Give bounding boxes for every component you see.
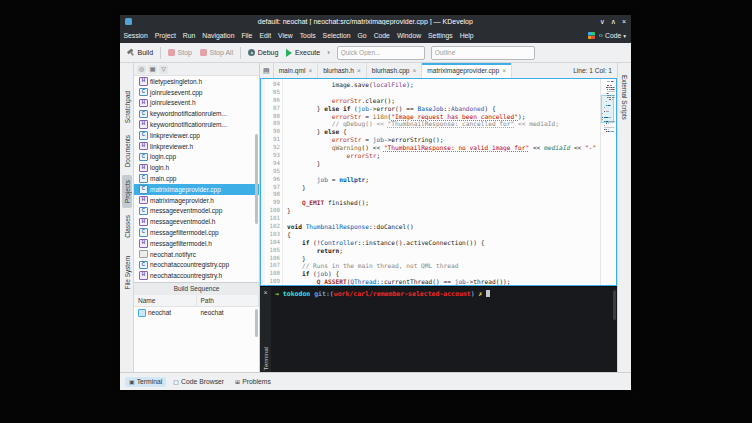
tree-item[interactable]: Clogin.cpp <box>134 152 259 163</box>
menu-selection[interactable]: Selection <box>319 28 354 43</box>
tree-item[interactable]: Hlogin.h <box>134 162 259 173</box>
tree-item[interactable]: Cmessageeventmodel.cpp <box>134 206 259 217</box>
tree-item[interactable]: Hneochataccountregistry.h <box>134 270 259 281</box>
outline-input[interactable] <box>431 46 535 60</box>
code-token: = <box>362 136 373 143</box>
line-number: 95 <box>265 168 280 176</box>
tree-item[interactable]: Cmatriximageprovider.cpp <box>134 184 259 195</box>
close-icon[interactable]: × <box>308 67 312 74</box>
tree-item[interactable]: Hfiletypesingleton.h <box>134 76 259 87</box>
maximize-icon[interactable]: ∧ <box>611 15 616 28</box>
titlebar[interactable]: default: neochat [ neochat:src/matrixima… <box>120 15 631 28</box>
menu-project[interactable]: Project <box>151 28 179 43</box>
tab-matriximageprovider-cpp[interactable]: matriximageprovider.cpp× <box>422 63 512 78</box>
line-number: 96 <box>265 176 280 184</box>
working-set-icon[interactable] <box>588 32 595 39</box>
tree-item[interactable]: Cmain.cpp <box>134 173 259 184</box>
execute-button[interactable]: Execute <box>283 46 323 59</box>
build-sequence-row[interactable]: neochatneochat <box>134 307 259 318</box>
quick-open-input[interactable] <box>337 46 425 60</box>
close-icon[interactable]: × <box>502 67 506 74</box>
minimap-viewport[interactable] <box>601 95 614 123</box>
close-icon[interactable]: × <box>357 67 361 74</box>
tree-item[interactable]: Cjoinrulesevent.cpp <box>134 87 259 98</box>
document-list-icon[interactable] <box>260 63 274 78</box>
tree-item[interactable]: Ckeywordnotificationrulem... <box>134 108 259 119</box>
area-switcher[interactable]: Code ▾ <box>599 32 626 39</box>
menu-file[interactable]: File <box>238 28 256 43</box>
tree-item[interactable]: Cneochataccountregistry.cpp <box>134 260 259 271</box>
code-area[interactable]: image.save(localFile); errorStr.clear();… <box>282 79 600 285</box>
terminal-output[interactable]: → tokodon git:(work/carl/remember-select… <box>271 287 617 372</box>
code-token <box>287 97 332 104</box>
locate-document-icon[interactable] <box>137 65 146 74</box>
minimize-icon[interactable]: ∨ <box>600 15 605 28</box>
tree-item[interactable]: Hkeywordnotificationrulem... <box>134 119 259 130</box>
tree-item[interactable]: Hlinkpreviewer.h <box>134 141 259 152</box>
line-number: 105 <box>265 247 280 255</box>
tab-blurhash-h[interactable]: blurhash.h× <box>318 63 367 78</box>
menu-code[interactable]: Code <box>370 28 393 43</box>
close-icon[interactable]: × <box>622 15 626 28</box>
statusbar-toggle-code-browser[interactable]: Code Browser <box>169 377 228 387</box>
filter-icon[interactable] <box>159 65 168 74</box>
tree-item-label: messagefiltermodel.cpp <box>150 229 219 236</box>
tree-item[interactable]: Hmessagefiltermodel.h <box>134 238 259 249</box>
menu-tools[interactable]: Tools <box>296 28 319 43</box>
line-number: 103 <box>265 231 280 239</box>
terminal-icon <box>129 378 135 385</box>
terminal-cursor[interactable] <box>486 290 490 297</box>
tree-item[interactable]: Hmatriximageprovider.h <box>134 195 259 206</box>
debug-button[interactable]: Debug <box>245 47 281 59</box>
tree-scrollbar[interactable] <box>255 134 258 224</box>
code-token: errorStr <box>332 136 362 143</box>
dock-tab-classes[interactable]: Classes <box>122 210 132 243</box>
show-targets-icon[interactable] <box>148 65 157 74</box>
stop-all-button: Stop All <box>197 47 236 59</box>
execute-icon <box>286 49 292 57</box>
project-file-tree[interactable]: Hfiletypesingleton.hCjoinrulesevent.cppH… <box>134 76 259 282</box>
right-dock-tabbar: External Scripts <box>617 63 631 372</box>
tree-item[interactable]: Clinkpreviewer.cpp <box>134 130 259 141</box>
code-editor[interactable]: 8485868788899091929394959697989910010110… <box>260 78 617 286</box>
tree-item[interactable]: neochat.notifyrc <box>134 249 259 260</box>
menu-edit[interactable]: Edit <box>256 28 275 43</box>
close-icon[interactable]: × <box>263 289 267 296</box>
terminal-scrollbar[interactable] <box>613 290 616 320</box>
tree-item[interactable]: Hjoinrulesevent.h <box>134 98 259 109</box>
menu-navigation[interactable]: Navigation <box>199 28 238 43</box>
menu-help[interactable]: Help <box>456 28 477 43</box>
line-number: 88 <box>265 113 280 121</box>
code-token: mediaId <box>544 144 570 151</box>
code-token: QThread <box>350 278 376 285</box>
menu-view[interactable]: View <box>275 28 297 43</box>
column-header-name[interactable]: Name <box>134 295 197 306</box>
menu-go[interactable]: Go <box>354 28 370 43</box>
tree-item[interactable]: Cmessagefiltermodel.cpp <box>134 227 259 238</box>
statusbar-toggle-problems[interactable]: Problems <box>231 377 275 387</box>
dock-tab-documents[interactable]: Documents <box>122 130 132 172</box>
build-sequence-scrollbar[interactable] <box>255 309 258 337</box>
line-number: 102 <box>265 223 280 231</box>
menu-session[interactable]: Session <box>120 28 151 43</box>
code-token: ::currentThread() == <box>376 278 454 285</box>
tab-main-qml[interactable]: main.qml× <box>274 63 319 78</box>
tree-item-label: keywordnotificationrulem... <box>150 121 227 128</box>
dock-tab-projects[interactable]: Projects <box>122 175 132 208</box>
terminal-prompt-segment: ✗ <box>479 290 487 298</box>
column-header-path[interactable]: Path <box>197 295 260 306</box>
terminal-panel-title[interactable]: Terminal <box>262 344 269 370</box>
close-icon[interactable]: × <box>413 67 417 74</box>
dock-tab-external-scripts[interactable]: External Scripts <box>620 70 630 125</box>
toolbar-extension-icon[interactable]: › <box>325 48 332 57</box>
menu-run[interactable]: Run <box>179 28 198 43</box>
dock-tab-scratchpad[interactable]: Scratchpad <box>122 86 132 128</box>
dock-tab-file-system[interactable]: File System <box>122 251 132 294</box>
menu-settings[interactable]: Settings <box>425 28 457 43</box>
editor-minimap[interactable] <box>600 79 616 285</box>
tab-blurhash-cpp[interactable]: blurhash.cpp× <box>367 63 423 78</box>
build-button[interactable]: Build <box>124 47 156 59</box>
menu-window[interactable]: Window <box>393 28 424 43</box>
statusbar-toggle-terminal[interactable]: Terminal <box>125 377 166 387</box>
tree-item[interactable]: Hmessageeventmodel.h <box>134 216 259 227</box>
